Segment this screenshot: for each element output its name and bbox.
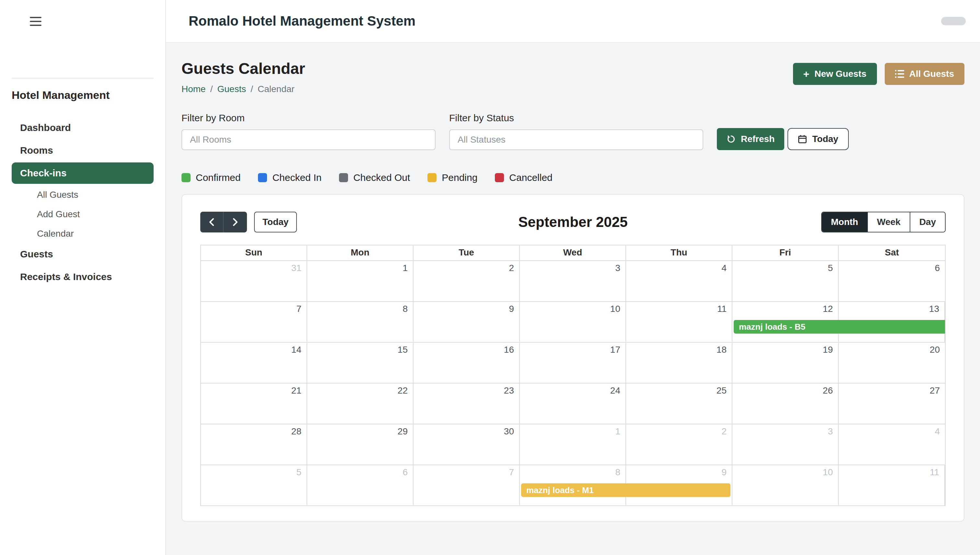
calendar-day-cell[interactable]: 26 xyxy=(732,383,839,424)
calendar-day-cell[interactable]: 28 xyxy=(201,424,307,465)
sidebar-item-receipts-invoices[interactable]: Receipts & Invoices xyxy=(12,266,154,287)
calendar-day-cell[interactable]: 1 xyxy=(520,424,626,465)
legend-swatch xyxy=(181,173,191,182)
sidebar-header xyxy=(0,0,165,43)
calendar-event[interactable]: maznj loads - M1 xyxy=(521,483,730,497)
view-button-month[interactable]: Month xyxy=(822,212,867,232)
calendar-day-cell[interactable]: 2 xyxy=(413,261,520,301)
calendar-day-cell[interactable]: 30 xyxy=(413,424,520,465)
day-number: 24 xyxy=(610,385,620,396)
calendar-day-cell[interactable]: 5 xyxy=(201,465,307,505)
all-guests-label: All Guests xyxy=(910,69,954,79)
calendar-day-cell[interactable]: 18 xyxy=(626,343,732,383)
weekday-header-row: SunMonTueWedThuFriSat xyxy=(201,245,945,260)
calendar-day-cell[interactable]: 11 xyxy=(626,302,732,342)
calendar-day-cell[interactable]: 7 xyxy=(201,302,307,342)
calendar-grid: SunMonTueWedThuFriSat 311234567891011121… xyxy=(200,245,946,506)
next-month-button[interactable] xyxy=(224,212,247,233)
calendar-week-row: 21222324252627 xyxy=(201,383,945,424)
legend-item-checked-in: Checked In xyxy=(258,172,322,183)
calendar-nav-buttons xyxy=(200,212,247,233)
sidebar-item-guests[interactable]: Guests xyxy=(12,244,154,265)
sidebar-section-title: Hotel Management xyxy=(12,89,154,101)
header-menu-pill[interactable] xyxy=(941,17,966,25)
day-number: 5 xyxy=(828,263,833,273)
day-number: 29 xyxy=(398,426,408,437)
view-button-week[interactable]: Week xyxy=(867,212,910,232)
day-number: 4 xyxy=(721,263,727,273)
calendar-toolbar-left: Today xyxy=(200,212,297,233)
calendar-day-cell[interactable]: 20 xyxy=(839,343,945,383)
calendar-day-cell[interactable]: 7 xyxy=(413,465,520,505)
calendar-week-row: 31123456 xyxy=(201,260,945,301)
calendar-day-cell[interactable]: 24 xyxy=(520,383,626,424)
filter-room-input[interactable] xyxy=(181,129,436,150)
calendar-day-cell[interactable]: 22 xyxy=(307,383,413,424)
refresh-button[interactable]: Refresh xyxy=(717,128,784,150)
calendar-day-cell[interactable]: 19 xyxy=(732,343,839,383)
filter-status-group: Filter by Status xyxy=(449,112,703,150)
calendar-day-cell[interactable]: 10 xyxy=(520,302,626,342)
calendar-day-cell[interactable]: 8 xyxy=(307,302,413,342)
sidebar-item-rooms[interactable]: Rooms xyxy=(12,140,154,161)
day-number: 20 xyxy=(930,345,940,355)
sidebar-item-add-guest[interactable]: Add Guest xyxy=(12,205,154,224)
calendar-day-cell[interactable]: 17 xyxy=(520,343,626,383)
legend-swatch xyxy=(339,173,348,182)
chevron-left-icon xyxy=(209,218,215,226)
filter-room-group: Filter by Room xyxy=(181,112,436,150)
day-number: 12 xyxy=(823,304,833,314)
calendar-day-cell[interactable]: 6 xyxy=(307,465,413,505)
calendar-day-cell[interactable]: 21 xyxy=(201,383,307,424)
view-button-day[interactable]: Day xyxy=(910,212,945,232)
day-number: 3 xyxy=(828,426,833,437)
calendar-day-cell[interactable]: 14 xyxy=(201,343,307,383)
filters-today-button[interactable]: Today xyxy=(788,128,849,150)
calendar-day-cell[interactable]: 3 xyxy=(520,261,626,301)
chevron-right-icon xyxy=(232,218,238,226)
sidebar-item-all-guests[interactable]: All Guests xyxy=(12,185,154,205)
calendar-day-cell[interactable]: 31 xyxy=(201,261,307,301)
breadcrumb-guests-link[interactable]: Guests xyxy=(217,84,246,94)
calendar-day-cell[interactable]: 5 xyxy=(732,261,839,301)
day-number: 4 xyxy=(935,426,940,437)
calendar-day-cell[interactable]: 9 xyxy=(413,302,520,342)
sidebar-item-check-ins[interactable]: Check-ins xyxy=(12,162,154,184)
sidebar-nav: DashboardRoomsCheck-insAll GuestsAdd Gue… xyxy=(12,117,154,289)
legend-swatch xyxy=(495,173,504,182)
weekday-header-sat: Sat xyxy=(839,245,945,260)
calendar-today-button[interactable]: Today xyxy=(254,212,297,233)
view-switcher: MonthWeekDay xyxy=(821,212,946,233)
calendar-day-cell[interactable]: 1 xyxy=(307,261,413,301)
filter-status-input[interactable] xyxy=(449,129,703,150)
prev-month-button[interactable] xyxy=(200,212,224,233)
calendar-day-cell[interactable]: 6 xyxy=(839,261,945,301)
all-guests-button[interactable]: All Guests xyxy=(885,63,964,85)
sidebar-item-calendar[interactable]: Calendar xyxy=(12,224,154,244)
calendar-day-cell[interactable]: 15 xyxy=(307,343,413,383)
calendar-card: Today September 2025 MonthWeekDay SunMon… xyxy=(181,194,964,521)
calendar-day-cell[interactable]: 27 xyxy=(839,383,945,424)
refresh-label: Refresh xyxy=(741,134,775,144)
new-guests-button[interactable]: + New Guests xyxy=(793,63,877,85)
breadcrumb-home-link[interactable]: Home xyxy=(181,84,206,94)
menu-icon[interactable] xyxy=(27,14,44,29)
legend-item-cancelled: Cancelled xyxy=(495,172,552,183)
weekday-header-fri: Fri xyxy=(732,245,839,260)
calendar-day-cell[interactable]: 16 xyxy=(413,343,520,383)
calendar-day-cell[interactable]: 4 xyxy=(626,261,732,301)
calendar-day-cell[interactable]: 3 xyxy=(732,424,839,465)
calendar-day-cell[interactable]: 29 xyxy=(307,424,413,465)
sidebar-item-dashboard[interactable]: Dashboard xyxy=(12,117,154,138)
calendar-day-cell[interactable]: 10 xyxy=(732,465,839,505)
calendar-day-cell[interactable]: 25 xyxy=(626,383,732,424)
calendar-event[interactable]: maznj loads - B5 xyxy=(734,320,945,334)
breadcrumb-separator: / xyxy=(250,84,253,94)
calendar-day-cell[interactable]: 2 xyxy=(626,424,732,465)
calendar-day-cell[interactable]: 11 xyxy=(839,465,945,505)
day-number: 2 xyxy=(721,426,727,437)
calendar-day-cell[interactable]: 23 xyxy=(413,383,520,424)
sidebar-divider xyxy=(12,78,154,79)
calendar-day-cell[interactable]: 4 xyxy=(839,424,945,465)
new-guests-label: New Guests xyxy=(814,69,866,79)
